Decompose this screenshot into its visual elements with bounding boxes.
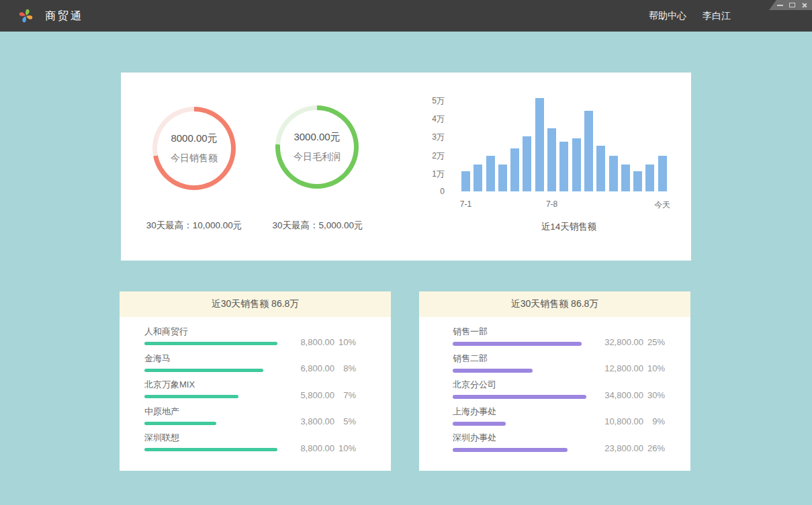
rank-row-percent: 10% — [643, 363, 665, 373]
pinwheel-logo-icon — [17, 7, 34, 24]
rank-row-percent: 8% — [334, 363, 356, 373]
help-center-menu-item[interactable]: 帮助中心 — [649, 10, 686, 22]
rank-row-name: 深圳联想 — [144, 432, 356, 443]
rank-row-amount: 34,800.00 — [596, 390, 643, 400]
titlebar-menu: 帮助中心 李白江 — [649, 0, 731, 32]
rank-row-name: 深圳办事处 — [453, 432, 665, 443]
rank-row-name: 北京分公司 — [453, 379, 665, 390]
today-profit-ring-chart: 3000.00元 今日毛利润 — [275, 105, 359, 189]
rank-row: 人和商贸行8,800.0010% — [120, 326, 391, 353]
today-profit-label: 今日毛利润 — [294, 151, 341, 163]
rank-row-name: 金海马 — [144, 353, 356, 364]
rank-row: 中原地产3,800.005% — [120, 406, 391, 433]
x-axis-tick-label: 7-1 — [460, 199, 471, 209]
rank-row-percent: 5% — [334, 416, 356, 426]
rank-row-list: 销售一部32,800.0025%销售二部12,800.0010%北京分公司34,… — [419, 317, 690, 459]
rank-row-list: 人和商贸行8,800.0010%金海马6,800.008%北京万象MIX5,80… — [120, 317, 391, 459]
rank-row-name: 中原地产 — [144, 406, 356, 417]
rank-row-values: 8,800.0010% — [287, 337, 356, 347]
rank-row-name: 上海办事处 — [453, 406, 665, 417]
bar-chart-title: 近14天销售额 — [466, 221, 672, 233]
rank-row: 深圳办事处23,800.0026% — [419, 432, 690, 459]
rank-row-name: 销售二部 — [453, 353, 665, 364]
rank-row-bar — [144, 369, 263, 372]
rank-row-values: 6,800.008% — [287, 363, 356, 373]
rank-row: 北京分公司34,800.0030% — [419, 379, 690, 406]
daily-sales-bar — [486, 156, 495, 191]
maximize-icon[interactable] — [789, 3, 795, 7]
window-controls — [769, 0, 812, 10]
y-axis-tick-label: 3万 — [432, 132, 445, 143]
rank-row-amount: 8,800.00 — [287, 443, 334, 453]
minimize-icon[interactable] — [777, 5, 783, 6]
daily-sales-bar — [559, 142, 568, 191]
rank-row: 金海马6,800.008% — [120, 353, 391, 380]
rank-row-bar — [453, 342, 582, 346]
rank-row-amount: 3,800.00 — [287, 416, 334, 426]
rank-row-bar — [144, 342, 277, 345]
rank-row-values: 12,800.0010% — [596, 363, 665, 373]
close-icon[interactable] — [801, 3, 807, 8]
y-axis-tick-label: 0 — [440, 187, 445, 196]
rank-row-amount: 10,800.00 — [596, 416, 643, 426]
user-menu-item[interactable]: 李白江 — [703, 10, 731, 22]
x-axis-tick-label: 7-8 — [546, 199, 557, 209]
rank-row-amount: 12,800.00 — [596, 363, 643, 373]
daily-sales-bar — [523, 136, 531, 191]
customer-sales-rank-card: 近30天销售额 86.8万 人和商贸行8,800.0010%金海马6,800.0… — [120, 291, 391, 471]
rank-row: 深圳联想8,800.0010% — [120, 432, 391, 459]
rank-row-amount: 6,800.00 — [287, 363, 334, 373]
rank-row-values: 34,800.0030% — [596, 390, 665, 400]
today-sales-label: 今日销售额 — [171, 152, 218, 165]
rank-row-bar — [453, 369, 533, 373]
daily-sales-bar — [572, 138, 581, 191]
rank-row-percent: 9% — [643, 416, 665, 426]
rank-row-values: 8,800.0010% — [287, 443, 356, 453]
rank-row-percent: 25% — [643, 337, 665, 347]
rank-row-amount: 5,800.00 — [287, 390, 334, 400]
daily-sales-bar — [498, 165, 507, 191]
sales-14d-bar-chart — [461, 94, 667, 191]
daily-sales-bar — [535, 98, 544, 191]
profit-30d-max-text: 30天最高：5,000.00元 — [237, 220, 398, 232]
rank-row-name: 北京万象MIX — [144, 379, 356, 390]
daily-sales-bar — [633, 171, 642, 191]
daily-sales-bar — [510, 148, 519, 191]
ring-text: 3000.00元 今日毛利润 — [275, 105, 359, 189]
x-axis-tick-label: 今天 — [654, 199, 670, 211]
rank-row-percent: 26% — [643, 443, 665, 453]
rank-row-percent: 7% — [334, 390, 356, 400]
daily-sales-bar — [596, 146, 605, 191]
daily-sales-bar — [621, 165, 630, 191]
rank-card-title: 近30天销售额 86.8万 — [419, 291, 690, 317]
titlebar: 商贸通 帮助中心 李白江 — [0, 0, 812, 32]
daily-sales-bar — [473, 165, 482, 191]
rank-row-bar — [144, 422, 216, 425]
rank-row: 销售一部32,800.0025% — [419, 326, 690, 353]
rank-row-amount: 8,800.00 — [287, 337, 334, 347]
ring-text: 8000.00元 今日销售额 — [152, 107, 236, 190]
today-sales-ring-chart: 8000.00元 今日销售额 — [152, 107, 236, 190]
rank-row: 上海办事处10,800.009% — [419, 406, 690, 433]
rank-row-values: 23,800.0026% — [596, 443, 665, 453]
rank-row-bar — [453, 422, 506, 426]
rank-row-percent: 10% — [334, 337, 356, 347]
daily-sales-bar — [658, 156, 667, 191]
y-axis-tick-label: 1万 — [432, 169, 445, 180]
daily-sales-bar — [461, 171, 470, 191]
app-title: 商贸通 — [45, 9, 83, 24]
rank-card-title: 近30天销售额 86.8万 — [120, 291, 391, 317]
rank-row-amount: 32,800.00 — [596, 337, 643, 347]
rank-row-values: 32,800.0025% — [596, 337, 665, 347]
rank-row-name: 销售一部 — [453, 326, 665, 337]
y-axis-tick-label: 4万 — [432, 113, 445, 125]
y-axis-tick-label: 2万 — [432, 150, 445, 162]
rank-row-values: 10,800.009% — [596, 416, 665, 426]
rank-row-values: 3,800.005% — [287, 416, 356, 426]
rank-row-name: 人和商贸行 — [144, 326, 356, 337]
rank-row: 销售二部12,800.0010% — [419, 353, 690, 380]
rank-row-percent: 10% — [334, 443, 356, 453]
daily-sales-bar — [645, 165, 654, 191]
rank-row-bar — [453, 395, 586, 399]
today-overview-card: 8000.00元 今日销售额 30天最高：10,000.00元 3000.00元… — [121, 73, 691, 261]
